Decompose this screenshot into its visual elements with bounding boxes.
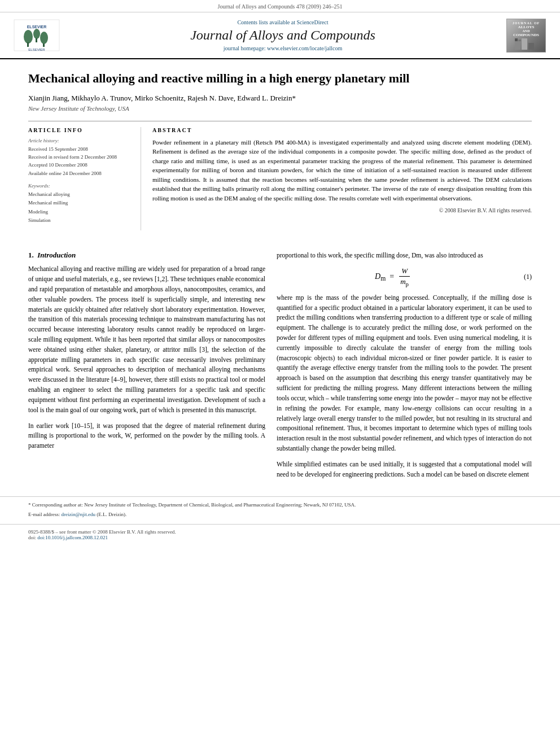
left-col: 1. Introduction Mechanical alloying and … [28,251,265,485]
email-author: (E.L. Dreizin). [97,512,126,517]
article-dates: Received 15 September 2008 Received in r… [28,145,133,178]
keywords-list: Mechanical alloying Mechanical milling M… [28,190,133,225]
svg-rect-6 [36,38,37,42]
email-label: E-mail address: [28,512,61,517]
fraction-denominator: mp [398,277,411,287]
article-info-col: ARTICLE INFO Article history: Received 1… [28,127,141,231]
article-content: Mechanical alloying and reactive milling… [0,59,560,251]
accepted-date: Accepted 10 December 2008 [28,161,133,169]
svg-rect-10 [522,38,527,50]
right-col-paragraph2: While simplified estimates can be used i… [277,460,532,480]
keyword-3: Modeling [28,208,133,216]
doi-link[interactable]: doi:10.1016/j.jallcom.2008.12.021 [37,535,108,540]
abstract-col: ABSTRACT Powder refinement in a planetar… [152,127,532,231]
article-authors: Xianjin Jiang, Mikhaylo A. Trunov, Mirko… [28,94,532,103]
journal-citation: Journal of Alloys and Compounds 478 (200… [218,3,343,10]
abstract-text: Powder refinement in a planetary mill (R… [152,138,532,203]
intro-paragraph-2: In earlier work [10–15], it was proposed… [28,421,265,451]
right-col-equation-note: where mp is the mass of the powder being… [277,293,532,454]
footnote-star: * Corresponding author at: New Jersey In… [28,501,532,509]
right-col-intro: proportional to this work, the specific … [277,251,532,261]
journal-homepage: journal homepage: www.elsevier.com/locat… [68,45,498,51]
equation-sub: m [380,275,386,282]
equation-lhs: D [375,272,380,281]
abstract-header: ABSTRACT [152,127,532,133]
equation-content: Dm = W mp [277,267,509,287]
svg-rect-11 [528,43,534,50]
equation-number: (1) [509,273,532,281]
keywords-section: Keywords: Mechanical alloying Mechanical… [28,183,133,225]
intro-paragraph-1: Mechanical alloying and reactive milling… [28,264,265,415]
journal-header: ELSEVIER ELSEVIER Contents lists availab… [0,12,560,59]
authors-text: Xianjin Jiang, Mikhaylo A. Trunov, Mirko… [28,94,296,102]
footer-doi: doi: doi:10.1016/j.jallcom.2008.12.021 [28,535,532,540]
intro-title-text: Introduction [37,251,76,259]
article-history-section: Article history: Received 15 September 2… [28,138,133,178]
available-online-date: Available online 24 December 2008 [28,169,133,177]
footer-notes: * Corresponding author at: New Jersey In… [0,496,560,518]
keywords-label: Keywords: [28,183,133,189]
received-revised-date: Received in revised form 2 December 2008 [28,153,133,161]
section-number: 1. [28,251,34,259]
svg-rect-5 [27,42,29,47]
fraction-numerator: W [399,267,410,277]
journal-title: Journal of Alloys and Compounds [68,28,498,43]
equation-fraction: W mp [398,267,411,287]
svg-point-3 [33,29,40,39]
svg-text:ELSEVIER: ELSEVIER [28,48,45,51]
jac-logo: JOURNAL OF ALLOYS AND COMPOUNDS [506,19,546,53]
svg-rect-12 [515,38,518,41]
svg-rect-9 [515,41,520,50]
article-affiliation: New Jersey Institute of Technology, USA [28,105,532,112]
homepage-label: journal homepage: [224,45,266,51]
main-body: 1. Introduction Mechanical alloying and … [0,251,560,485]
keyword-2: Mechanical milling [28,199,133,207]
contents-line: Contents lists available at ScienceDirec… [68,19,498,25]
svg-rect-13 [518,40,521,41]
article-title: Mechanical alloying and reactive milling… [28,71,532,87]
footer-bar: 0925-8388/$ – see front matter © 2008 El… [0,524,560,545]
svg-text:ELSEVIER: ELSEVIER [27,25,47,29]
received-date: Received 15 September 2008 [28,145,133,153]
svg-point-4 [40,32,48,44]
footer-issn: 0925-8388/$ – see front matter © 2008 El… [28,529,532,535]
keyword-1: Mechanical alloying [28,190,133,199]
top-bar: Journal of Alloys and Compounds 478 (200… [0,0,560,12]
article-info-abstract: ARTICLE INFO Article history: Received 1… [28,121,532,231]
copyright-line: © 2008 Elsevier B.V. All rights reserved… [152,207,532,213]
journal-title-block: Contents lists available at ScienceDirec… [62,19,504,51]
doi-label: doi: [28,535,36,540]
sciencedirect-link[interactable]: ScienceDirect [296,19,328,25]
history-label: Article history: [28,138,133,143]
journal-logo-right: JOURNAL OF ALLOYS AND COMPOUNDS [504,17,549,54]
homepage-url[interactable]: www.elsevier.com/locate/jallcom [267,45,342,51]
equation-block: Dm = W mp (1) [277,267,532,287]
article-info-header: ARTICLE INFO [28,127,133,133]
footnote-email: E-mail address: dreizin@njit.edu (E.L. D… [28,511,532,519]
svg-point-2 [24,30,33,43]
keyword-4: Simulation [28,216,133,225]
email-link[interactable]: dreizin@njit.edu [61,512,95,517]
page-container: Journal of Alloys and Compounds 478 (200… [0,0,560,545]
intro-section-title: 1. Introduction [28,251,265,260]
right-col: proportional to this work, the specific … [277,251,532,485]
svg-rect-7 [43,43,45,47]
elsevier-logo: ELSEVIER ELSEVIER [11,17,62,54]
contents-text: Contents lists available at [237,19,296,25]
